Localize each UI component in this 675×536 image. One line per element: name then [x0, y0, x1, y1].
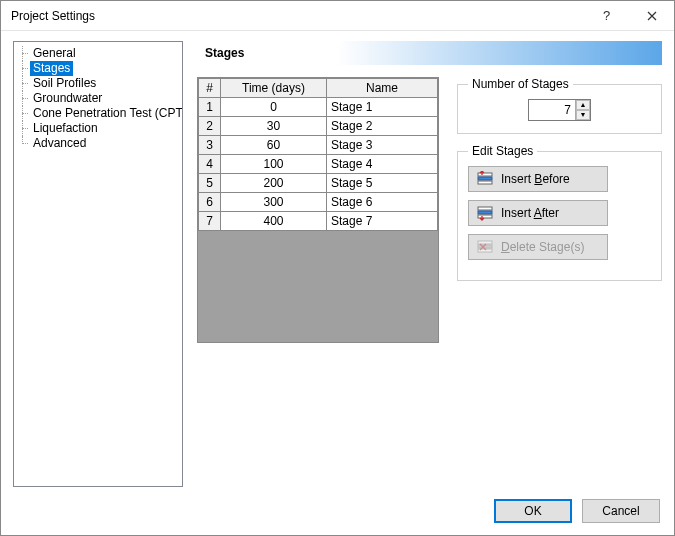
table-row[interactable]: 6300Stage 6	[199, 193, 438, 212]
number-of-stages-spinner[interactable]: ▲ ▼	[528, 99, 591, 121]
cell-time[interactable]: 0	[221, 98, 327, 117]
row-index: 4	[199, 155, 221, 174]
cell-time[interactable]: 300	[221, 193, 327, 212]
cell-time[interactable]: 30	[221, 117, 327, 136]
insert-before-icon	[477, 171, 493, 187]
row-index: 3	[199, 136, 221, 155]
nav-item-liquefaction[interactable]: Liquefaction	[16, 121, 180, 136]
titlebar: Project Settings ?	[1, 1, 674, 31]
row-index: 2	[199, 117, 221, 136]
ok-button[interactable]: OK	[494, 499, 572, 523]
nav-item-label: Cone Penetration Test (CPT)	[30, 106, 183, 121]
spinner-down-button[interactable]: ▼	[576, 110, 590, 120]
cell-time[interactable]: 200	[221, 174, 327, 193]
section-header: Stages	[197, 41, 662, 65]
cell-name[interactable]: Stage 1	[327, 98, 438, 117]
cell-name[interactable]: Stage 3	[327, 136, 438, 155]
table-row[interactable]: 7400Stage 7	[199, 212, 438, 231]
cancel-button[interactable]: Cancel	[582, 499, 660, 523]
insert-before-button[interactable]: Insert Before	[468, 166, 608, 192]
delete-stages-icon	[477, 239, 493, 255]
nav-item-soil-profiles[interactable]: Soil Profiles	[16, 76, 180, 91]
svg-rect-5	[478, 215, 492, 218]
svg-rect-4	[478, 211, 492, 214]
nav-item-label: Advanced	[30, 136, 89, 151]
nav-item-label: Liquefaction	[30, 121, 101, 136]
insert-before-label: Insert Before	[501, 172, 570, 186]
table-row[interactable]: 360Stage 3	[199, 136, 438, 155]
close-icon	[647, 11, 657, 21]
table-row[interactable]: 5200Stage 5	[199, 174, 438, 193]
table-row[interactable]: 10Stage 1	[199, 98, 438, 117]
nav-item-general[interactable]: General	[16, 46, 180, 61]
edit-stages-group: Edit Stages Insert Before	[457, 144, 662, 281]
col-name[interactable]: Name	[327, 79, 438, 98]
nav-item-label: Stages	[30, 61, 73, 76]
nav-item-groundwater[interactable]: Groundwater	[16, 91, 180, 106]
nav-item-label: Soil Profiles	[30, 76, 99, 91]
svg-rect-1	[478, 177, 492, 180]
cell-time[interactable]: 100	[221, 155, 327, 174]
svg-rect-2	[478, 181, 492, 184]
table-row[interactable]: 230Stage 2	[199, 117, 438, 136]
insert-after-label: Insert After	[501, 206, 559, 220]
cell-name[interactable]: Stage 6	[327, 193, 438, 212]
nav-item-label: General	[30, 46, 79, 61]
number-of-stages-group: Number of Stages ▲ ▼	[457, 77, 662, 134]
close-button[interactable]	[629, 1, 674, 31]
dialog-footer: OK Cancel	[1, 495, 674, 535]
delete-stages-button[interactable]: Delete Stage(s)	[468, 234, 608, 260]
col-index[interactable]: #	[199, 79, 221, 98]
nav-item-advanced[interactable]: Advanced	[16, 136, 180, 151]
cell-time[interactable]: 60	[221, 136, 327, 155]
window-title: Project Settings	[11, 9, 584, 23]
insert-after-icon	[477, 205, 493, 221]
delete-stages-label: Delete Stage(s)	[501, 240, 584, 254]
project-settings-dialog: Project Settings ? GeneralStagesSoil Pro…	[0, 0, 675, 536]
nav-item-stages[interactable]: Stages	[16, 61, 180, 76]
category-tree[interactable]: GeneralStagesSoil ProfilesGroundwaterCon…	[13, 41, 183, 487]
nav-item-cone-penetration-test-cpt-[interactable]: Cone Penetration Test (CPT)	[16, 106, 180, 121]
row-index: 6	[199, 193, 221, 212]
number-of-stages-input[interactable]	[529, 100, 575, 120]
spinner-up-button[interactable]: ▲	[576, 100, 590, 110]
edit-stages-label: Edit Stages	[468, 144, 537, 158]
stages-table[interactable]: # Time (days) Name 10Stage 1230Stage 236…	[197, 77, 439, 343]
insert-after-button[interactable]: Insert After	[468, 200, 608, 226]
cell-name[interactable]: Stage 7	[327, 212, 438, 231]
svg-rect-3	[478, 207, 492, 210]
row-index: 7	[199, 212, 221, 231]
table-row[interactable]: 4100Stage 4	[199, 155, 438, 174]
cell-time[interactable]: 400	[221, 212, 327, 231]
nav-item-label: Groundwater	[30, 91, 105, 106]
cell-name[interactable]: Stage 4	[327, 155, 438, 174]
number-of-stages-label: Number of Stages	[468, 77, 573, 91]
cell-name[interactable]: Stage 2	[327, 117, 438, 136]
svg-rect-0	[478, 173, 492, 176]
cell-name[interactable]: Stage 5	[327, 174, 438, 193]
col-time[interactable]: Time (days)	[221, 79, 327, 98]
svg-rect-6	[478, 241, 492, 244]
row-index: 5	[199, 174, 221, 193]
help-button[interactable]: ?	[584, 1, 629, 31]
row-index: 1	[199, 98, 221, 117]
